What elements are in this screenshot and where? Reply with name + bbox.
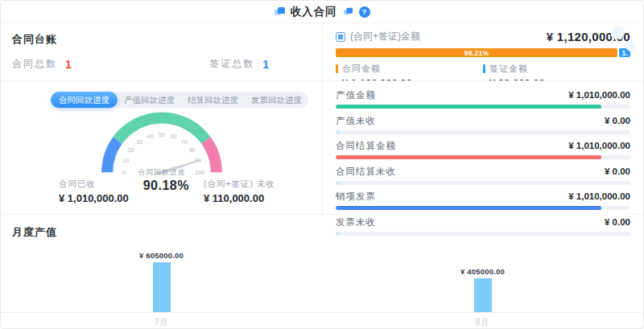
metric-row-settlement-unreceived: 合同结算未收¥ 0.00	[336, 166, 630, 185]
ledger-title: 合同台账	[12, 32, 311, 47]
metric-label: 产值金额	[336, 89, 376, 101]
progress-fill	[336, 232, 340, 236]
progress-fill	[336, 206, 601, 210]
metric-row-output-invoice: 销项发票¥ 1,010,000.00	[336, 191, 630, 210]
tab-output-repayment[interactable]: 产值回款进度	[118, 92, 181, 108]
gauge-tick: 60	[170, 134, 176, 139]
metric-value: ¥ 0.00	[605, 167, 630, 176]
received-value: ¥ 1,010,000.00	[59, 192, 129, 204]
bar-july	[153, 262, 171, 312]
metric-row-output-amount: 产值金额¥ 1,010,000.00	[336, 89, 630, 109]
bar-value-label: ¥ 405000.00	[460, 267, 505, 276]
gauge-tick: 0	[122, 170, 125, 175]
progress-track	[336, 130, 630, 134]
metric-value: ¥ 0.00	[605, 116, 630, 125]
tab-contract-repayment[interactable]: 合同回款进度	[51, 92, 118, 108]
amount-stacked-bar: 98.21% 1.	[336, 48, 630, 57]
unreceived-group: (合同+签证) 未收 ¥ 110,000.00	[204, 179, 275, 204]
metric-value: ¥ 1,010,000.00	[568, 141, 630, 150]
gauge-percent: 90.18%	[143, 179, 189, 193]
dashboard-page: 收入合同 ? 合同台账 合同总数 1 签证总数 1	[0, 0, 644, 329]
gauge-tick: 50	[159, 132, 165, 138]
tab-settlement-repayment[interactable]: 结算回款进度	[181, 92, 245, 108]
metric-value: ¥ 1,010,000.00	[568, 90, 630, 100]
gauge-segment-blue	[107, 140, 118, 172]
metric-row-output-unreceived: 产值未收¥ 0.00	[336, 115, 630, 134]
stat-value: 1	[262, 58, 269, 71]
bar-column-july: ¥ 605000.00	[1, 242, 322, 312]
progress-track	[336, 105, 630, 109]
metric-label: 销项发票	[336, 191, 376, 203]
amount-legend: 合同金额 ¥ 1,100,000.00 签证金额 ¥ 20,000.00	[336, 63, 630, 81]
gauge-chart: 0 10 20 30 40 50 60 70 80 90 100 合同回款进度	[71, 110, 253, 178]
page-title: 收入合同	[291, 5, 337, 19]
metric-row-settlement-amount: 合同结算金额¥ 1,010,000.00	[336, 140, 630, 159]
ledger-stats: 合同总数 1 签证总数 1	[12, 57, 311, 71]
gauge-tick: 80	[189, 147, 196, 153]
legend-swatch	[336, 64, 338, 73]
progress-fill	[336, 130, 340, 134]
bar-value-label: ¥ 605000.00	[139, 251, 184, 260]
repayment-progress-panel: 合同回款进度 产值回款进度 结算回款进度 发票回款进度 0 10 20 30 4…	[1, 81, 322, 214]
received-label: 合同已收	[59, 179, 129, 190]
gauge-tick: 70	[180, 139, 187, 145]
metric-label: 合同结算未收	[336, 166, 396, 178]
contract-pct-label: 98.21%	[464, 49, 489, 57]
gauge-tick: 20	[127, 147, 134, 153]
contract-amount-segment: 98.21%	[336, 48, 617, 57]
stat-label: 合同总数	[12, 57, 57, 71]
metric-label: 合同结算金额	[336, 140, 396, 152]
legend-value: ¥ 20,000.00	[489, 77, 630, 81]
gauge-label: 合同回款进度	[138, 168, 185, 176]
metric-label: 产值未收	[336, 115, 376, 127]
legend-visa-amount: 签证金额 ¥ 20,000.00	[483, 63, 630, 81]
bar-column-august: ¥ 405000.00	[322, 242, 643, 312]
gauge-tick: 10	[122, 158, 129, 163]
metric-label: 发票未收	[336, 216, 376, 228]
received-group: 合同已收 ¥ 1,010,000.00	[59, 179, 129, 204]
monthly-bar-chart: ¥ 605000.00 ¥ 405000.00	[1, 242, 643, 313]
progress-track	[336, 232, 630, 236]
progress-track	[336, 155, 630, 159]
amount-summary-panel: (合同+签证)金额 ¥ 1,120,000.00 98.21% 1. 合同金额 …	[322, 23, 643, 81]
unreceived-label: (合同+签证) 未收	[204, 179, 275, 190]
stat-contract-total: 合同总数 1	[12, 57, 72, 71]
stat-visa-total: 签证总数 1	[209, 57, 269, 71]
document-icon	[336, 32, 345, 42]
metric-row-invoice-unreceived: 发票未收¥ 0.00	[336, 216, 630, 236]
legend-label: 签证金额	[489, 63, 528, 75]
gauge-summary-row: 合同已收 ¥ 1,010,000.00 90.18% (合同+签证) 未收 ¥ …	[12, 179, 311, 204]
progress-fill	[336, 181, 340, 185]
progress-track	[336, 206, 630, 210]
x-axis-labels: 7月 8月	[1, 317, 643, 328]
chart-icon-left	[275, 7, 285, 16]
stat-value: 1	[65, 58, 72, 71]
page-header: 收入合同 ?	[1, 1, 643, 23]
stat-label: 签证总数	[209, 57, 254, 71]
contract-ledger-panel: 合同台账 合同总数 1 签证总数 1	[1, 23, 322, 81]
progress-tabs: 合同回款进度 产值回款进度 结算回款进度 发票回款进度	[51, 92, 308, 108]
metric-value: ¥ 1,010,000.00	[568, 191, 630, 201]
gauge-tick: 30	[136, 139, 142, 145]
metrics-panel: 产值金额¥ 1,010,000.00 产值未收¥ 0.00 合同结算金额¥ 1,…	[322, 81, 643, 214]
help-icon[interactable]: ?	[359, 6, 370, 18]
tab-invoice-repayment[interactable]: 发票回款进度	[245, 92, 308, 108]
gauge-segment-pink	[205, 140, 216, 172]
progress-track	[336, 181, 630, 185]
gauge-tick: 100	[195, 170, 204, 175]
legend-label: 合同金额	[342, 63, 381, 75]
progress-fill	[336, 105, 601, 109]
progress-fill	[336, 155, 601, 159]
legend-contract-amount: 合同金额 ¥ 1,100,000.00	[336, 63, 483, 81]
bar-august	[474, 278, 492, 312]
chart-icon-right	[343, 8, 352, 15]
x-label-august: 8月	[322, 317, 643, 328]
summary-label: (合同+签证)金额	[350, 30, 420, 43]
legend-value: ¥ 1,100,000.00	[342, 77, 483, 81]
unreceived-value: ¥ 110,000.00	[204, 192, 275, 204]
x-label-july: 7月	[1, 317, 322, 328]
metric-value: ¥ 0.00	[605, 217, 630, 227]
gauge-tick: 40	[147, 134, 153, 139]
legend-swatch	[483, 64, 485, 73]
